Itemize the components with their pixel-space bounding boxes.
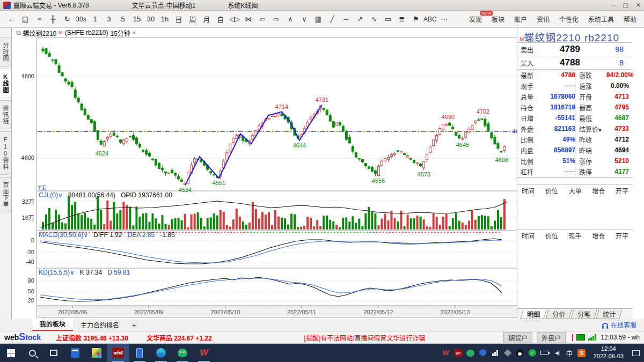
- macd-title[interactable]: MACD(30,50,6)∨: [39, 231, 88, 239]
- draw-line-icon[interactable]: ╱: [325, 14, 339, 24]
- sidebar-tab-K线图[interactable]: K线图: [0, 69, 11, 98]
- battery-icon[interactable]: [539, 348, 550, 358]
- task-view-icon[interactable]: [43, 344, 64, 362]
- link-icon[interactable]: ⧉: [16, 29, 21, 36]
- quote-value: 94/2.00%: [606, 71, 634, 79]
- maximize-button[interactable]: ▢: [623, 2, 628, 9]
- task-view-icon: [50, 350, 57, 356]
- draw-hline-icon[interactable]: ─: [339, 14, 353, 24]
- sidebar-tab-页面下单[interactable]: 页面下单: [0, 177, 11, 212]
- quote-value: 856897: [540, 146, 575, 154]
- qq-icon[interactable]: [515, 348, 525, 358]
- phone-icon[interactable]: [129, 344, 150, 362]
- menu-发现[interactable]: 发现NEW: [469, 14, 482, 24]
- period-1h[interactable]: 1h: [158, 14, 172, 24]
- online-service[interactable]: 在线客服: [602, 320, 644, 331]
- quote-tab-分价[interactable]: 分价: [545, 309, 572, 319]
- draw-text-icon[interactable]: ABC: [423, 14, 437, 24]
- menu-个性化[interactable]: 个性化: [559, 14, 579, 24]
- macd-dea: DEA 2.85: [128, 231, 155, 239]
- period-1[interactable]: 1: [88, 14, 102, 24]
- draw-wave-icon[interactable]: ∿: [367, 14, 381, 24]
- tab-my-board[interactable]: 我的板块: [32, 317, 73, 331]
- sidebar-tab-F10资料[interactable]: F10资料: [0, 131, 11, 175]
- draw-rect-icon[interactable]: ▭: [381, 14, 395, 24]
- antivirus-check-icon[interactable]: ✓: [527, 348, 538, 358]
- period-day[interactable]: 日: [172, 13, 186, 25]
- period-30[interactable]: 30: [144, 14, 158, 24]
- period-month[interactable]: 月: [200, 13, 214, 25]
- menu-帮助[interactable]: 帮助: [624, 14, 636, 24]
- calculator-icon[interactable]: [64, 344, 86, 362]
- back-icon[interactable]: ←: [4, 14, 18, 24]
- wh6-tray-icon[interactable]: wh: [453, 348, 464, 358]
- pan-left-icon[interactable]: ⇦: [255, 14, 269, 24]
- wechat-icon[interactable]: [172, 344, 193, 362]
- page-flip-icon[interactable]: ◁▷: [228, 14, 241, 24]
- more-icon[interactable]: ⋯: [437, 14, 451, 24]
- y-axis-label: 4800: [12, 73, 34, 79]
- menu-板块[interactable]: 板块: [492, 14, 504, 24]
- period-custom[interactable]: 自: [214, 13, 228, 25]
- kline-icon[interactable]: ╫: [46, 14, 60, 24]
- quote-tab-统计[interactable]: 统计: [596, 309, 622, 319]
- quote-value: 4712: [606, 136, 629, 143]
- ticker-wenhua-commodity[interactable]: 文华商品 224.67 +1.22: [147, 333, 212, 342]
- diamond-icon[interactable]: [502, 348, 513, 358]
- futures-account-button[interactable]: 期货户: [503, 332, 532, 343]
- period-5[interactable]: 5: [116, 14, 130, 24]
- period-15[interactable]: 15: [130, 14, 144, 24]
- draw-list-icon[interactable]: ≣: [395, 14, 409, 24]
- menu-资讯[interactable]: 资讯: [537, 14, 550, 24]
- quote-row: 内盘856897昨结4694: [517, 145, 632, 156]
- volume-icon[interactable]: ◀): [552, 348, 562, 358]
- grid-layout-icon[interactable]: ▦: [311, 14, 325, 24]
- quote-tab-明细[interactable]: 明细: [520, 309, 546, 319]
- kline-chart-svg[interactable]: 2022/05/062022/05/092022/05/102022/05/11…: [36, 38, 529, 319]
- period-label[interactable]: 15分钟: [110, 28, 130, 38]
- menu-系统工具[interactable]: 系统工具: [588, 14, 614, 24]
- draw-flag-icon[interactable]: ⚑: [409, 14, 423, 24]
- action-center-button[interactable]: [628, 344, 644, 362]
- period-caret-icon[interactable]: ∨: [133, 30, 136, 35]
- close-button[interactable]: ✕: [636, 2, 641, 9]
- wifi-icon[interactable]: [490, 348, 501, 358]
- sidebar-tab-分时图[interactable]: 分时图: [0, 38, 11, 67]
- maps-icon[interactable]: [86, 344, 107, 362]
- add-board-button[interactable]: +: [127, 320, 141, 331]
- start-button[interactable]: [0, 344, 21, 362]
- overseas-account-button[interactable]: 外盘户: [537, 332, 566, 343]
- y-axis-label: 80: [12, 277, 34, 284]
- bid-price: 4788: [540, 57, 600, 68]
- security-shield-icon[interactable]: [478, 348, 488, 358]
- wps-tray-icon[interactable]: W: [441, 348, 451, 358]
- zoom-out-icon[interactable]: ∨: [297, 14, 311, 24]
- pan-right-icon[interactable]: ⇨: [269, 14, 283, 24]
- quote-tab-分笔[interactable]: 分笔: [570, 309, 597, 319]
- kd-title[interactable]: KD(15,5,5)∨: [39, 269, 75, 276]
- zoom-in-icon[interactable]: ∧: [283, 14, 297, 24]
- minimize-button[interactable]: ─: [611, 2, 616, 9]
- period-week[interactable]: 周: [186, 13, 200, 25]
- cjl-title[interactable]: CJL(0)∨: [39, 191, 63, 199]
- compress-icon[interactable]: ⋈: [241, 14, 255, 24]
- ime-icon[interactable]: 中: [564, 348, 575, 358]
- sogou-icon[interactable]: S: [576, 348, 587, 358]
- sidebar-tab-资讯链[interactable]: 资讯链: [0, 100, 11, 129]
- ticker-shanghai-index[interactable]: 上证指数 3195.46 +13.30: [56, 333, 128, 342]
- period-3[interactable]: 3: [102, 14, 116, 24]
- edge-icon[interactable]: [150, 344, 172, 362]
- wenhua-wh6-icon[interactable]: wh6: [107, 344, 129, 362]
- macd-indicator-header: MACD(30,50,6)∨ DIFF 1.92 DEA 2.85 -1.85: [39, 231, 175, 239]
- quote-report-icon[interactable]: ▤: [18, 14, 32, 24]
- time-chart-icon[interactable]: ≈: [32, 14, 46, 24]
- taskbar-clock[interactable]: 12:04 2022-06-03: [589, 344, 628, 362]
- draw-arrow-icon[interactable]: ↗: [353, 14, 367, 24]
- search-icon[interactable]: [21, 344, 43, 362]
- period-30s[interactable]: 30s: [74, 14, 88, 24]
- refresh-icon[interactable]: ↻: [60, 14, 74, 24]
- menu-账户[interactable]: 账户: [514, 14, 527, 24]
- wps-icon[interactable]: W: [193, 344, 215, 362]
- tab-main-contract-rank[interactable]: 主力合约排名: [73, 319, 127, 331]
- wechat-tray-icon[interactable]: [465, 348, 476, 358]
